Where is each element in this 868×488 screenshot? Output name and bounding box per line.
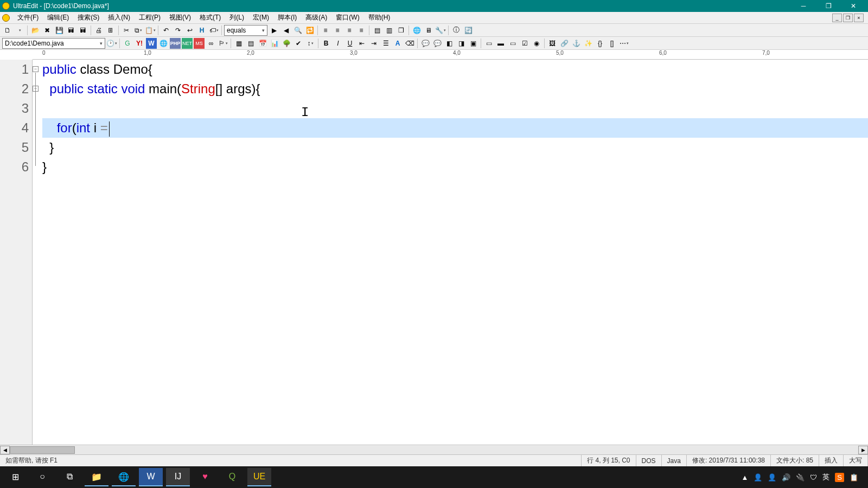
align-left-icon[interactable]: ≡ (320, 25, 331, 36)
php-icon[interactable]: PHP (170, 38, 181, 49)
tray-notifications-icon[interactable]: 📋 (850, 473, 858, 481)
menu-format[interactable]: 格式(T) (195, 12, 225, 23)
chrome-icon[interactable]: 🌐 (112, 468, 136, 486)
link-icon[interactable]: 🔗 (559, 38, 570, 49)
wrap-icon[interactable]: ↩ (184, 25, 195, 36)
replace-icon[interactable]: 🔁 (304, 25, 315, 36)
status-insert[interactable]: 插入 (819, 455, 844, 466)
code-editor[interactable]: public class Demo{ public static void ma… (33, 60, 868, 445)
bold-icon[interactable]: B (321, 38, 331, 49)
chain-icon[interactable]: ∞ (206, 38, 216, 49)
mdi-minimize-button[interactable]: _ (832, 14, 842, 22)
menu-view[interactable]: 视图(V) (165, 12, 195, 23)
menu-project[interactable]: 工程(P) (135, 12, 165, 23)
scroll-track[interactable] (10, 446, 858, 454)
msdn-icon[interactable]: MS (194, 38, 205, 49)
menu-advanced[interactable]: 高级(A) (301, 12, 331, 23)
menu-file[interactable]: 文件(F) (13, 12, 43, 23)
align-center-icon[interactable]: ≡ (332, 25, 343, 36)
close-button[interactable]: ✕ (841, 0, 866, 12)
tray-up-icon[interactable]: ▲ (741, 473, 748, 481)
monitor-icon[interactable]: 🖥 (423, 25, 434, 36)
app-q-icon[interactable]: Q (220, 468, 244, 486)
menu-help[interactable]: 帮助(H) (364, 12, 395, 23)
tray-person1-icon[interactable]: 👤 (754, 473, 762, 481)
redo-icon[interactable]: ↷ (173, 25, 183, 36)
bullet-list-icon[interactable]: ☰ (380, 38, 391, 49)
comment-icon[interactable]: 💬 (420, 38, 431, 49)
tag3-icon[interactable]: ▣ (468, 38, 478, 49)
new-file-drop-icon[interactable] (14, 25, 25, 36)
cut-icon[interactable]: ✂ (121, 25, 132, 36)
tray-sogou-icon[interactable]: S (835, 473, 844, 482)
print-icon[interactable]: 🖨 (93, 25, 104, 36)
more-icon[interactable]: ⋯ (618, 38, 629, 49)
indent-icon[interactable]: ⇥ (368, 38, 379, 49)
paste-icon[interactable]: 📋 (145, 25, 156, 36)
status-encoding[interactable]: DOS (636, 455, 662, 466)
color-a-icon[interactable]: A (392, 38, 403, 49)
eraser-icon[interactable]: ⌫ (404, 38, 415, 49)
check-icon[interactable]: ✔ (293, 38, 304, 49)
scroll-left-icon[interactable]: ◀ (0, 446, 10, 454)
cortana-icon[interactable]: ○ (30, 468, 54, 486)
tray-shield-icon[interactable]: 🛡 (810, 473, 817, 481)
window-tile-icon[interactable]: ▥ (384, 25, 394, 36)
status-language[interactable]: Java (662, 455, 687, 466)
search-icon[interactable]: 🔍 (292, 25, 303, 36)
calendar-icon[interactable]: 📅 (257, 38, 268, 49)
start-button[interactable]: ⊞ (3, 468, 27, 486)
minimize-button[interactable]: ─ (791, 0, 816, 12)
sort-icon[interactable]: ↕ (305, 38, 316, 49)
menu-column[interactable]: 列(L) (225, 12, 248, 23)
heart-icon[interactable]: ♥ (193, 468, 217, 486)
anchor-icon[interactable]: ⚓ (571, 38, 582, 49)
tray-volume-icon[interactable]: 🔊 (782, 473, 790, 481)
tool-drop-icon[interactable]: 🔧 (435, 25, 446, 36)
print-preview-icon[interactable]: 🗏 (105, 25, 116, 36)
history-drop-icon[interactable]: 🕑 (106, 38, 117, 49)
tag1-icon[interactable]: ◧ (444, 38, 455, 49)
mdi-restore-button[interactable]: ❐ (843, 14, 853, 22)
yahoo-icon[interactable]: Y! (134, 38, 145, 49)
radio-icon[interactable]: ◉ (531, 38, 542, 49)
italic-icon[interactable]: I (333, 38, 343, 49)
new-file-icon[interactable]: 🗋 (2, 25, 13, 36)
uncomment-icon[interactable]: 💬 (432, 38, 443, 49)
ultraedit-taskbar-icon[interactable]: UE (247, 468, 271, 486)
menu-search[interactable]: 搜索(S) (73, 12, 104, 23)
box1-icon[interactable]: ▭ (483, 38, 494, 49)
find-prev-icon[interactable]: ◀ (280, 25, 291, 36)
brackets-icon[interactable]: {} (595, 38, 605, 49)
saveall-icon[interactable]: 🖬 (78, 25, 88, 36)
check2-icon[interactable]: ☑ (519, 38, 530, 49)
box2-icon[interactable]: ▬ (495, 38, 506, 49)
underline-icon[interactable]: U (344, 38, 355, 49)
find-next-icon[interactable]: ▶ (269, 25, 279, 36)
globe2-icon[interactable]: 🌐 (158, 38, 169, 49)
brackets2-icon[interactable]: [] (607, 38, 617, 49)
scroll-thumb[interactable] (10, 446, 75, 454)
browser-icon[interactable]: 🌐 (411, 25, 422, 36)
chart-icon[interactable]: 📊 (269, 38, 280, 49)
copy-icon[interactable]: ⧉ (133, 25, 144, 36)
undo-icon[interactable]: ↶ (161, 25, 171, 36)
image-icon[interactable]: 🖼 (547, 38, 558, 49)
word-icon[interactable]: W (139, 468, 163, 486)
menu-macro[interactable]: 宏(M) (248, 12, 273, 23)
align-right-icon[interactable]: ≡ (344, 25, 355, 36)
maximize-button[interactable]: ❐ (816, 0, 841, 12)
align-just-icon[interactable]: ≡ (356, 25, 367, 36)
grid-icon[interactable]: ▦ (233, 38, 244, 49)
net-icon[interactable]: NET (182, 38, 193, 49)
sparkle-icon[interactable]: ✨ (583, 38, 593, 49)
box3-icon[interactable]: ▭ (507, 38, 518, 49)
info-icon[interactable]: ⓘ (451, 25, 462, 36)
horizontal-scrollbar[interactable]: ◀ ▶ (0, 445, 868, 454)
mdi-close-button[interactable]: × (854, 14, 864, 22)
explorer-icon[interactable]: 📁 (85, 468, 108, 486)
saveas-icon[interactable]: 🖬 (66, 25, 76, 36)
table-icon[interactable]: ▤ (245, 38, 256, 49)
close-file-icon[interactable]: ✖ (42, 25, 53, 36)
tray-ime-icon[interactable]: 英 (822, 472, 829, 482)
